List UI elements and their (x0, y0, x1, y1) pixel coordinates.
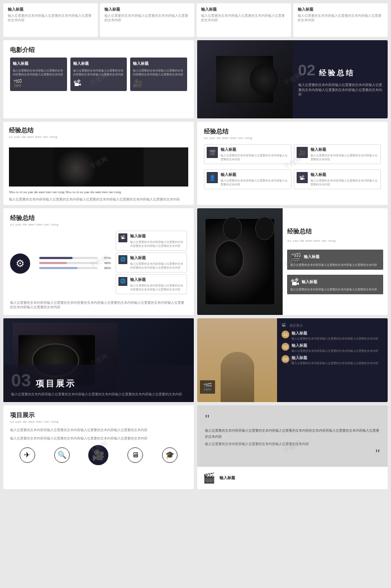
icon-plane: ✈ (20, 447, 35, 463)
num-badge-2: 02 (282, 343, 289, 351)
section-number: 02 (298, 61, 316, 79)
progress-bg-2 (39, 262, 98, 264)
progress-bottom-text: 输入位置要的文本内容容输入位置要的文本内容要的文本内容输入位置要的文本内容输入位… (10, 300, 187, 310)
num-item3-content: 输入标题 输入位置要的文本内容容输入位置要的文本内容输入位置要的文本内容 (292, 355, 378, 365)
prog-item2-text: 输入位置要的文本内容容输入位置要的文本内容要的文本内容输入位置要的文本内容 (130, 262, 185, 270)
top-card-1-text: 输入位置要的文本内容输入位置要的文本内容输入位置要的文本内容 (8, 14, 93, 22)
progress-sub: su yao de wen ben nei rong (10, 223, 187, 226)
proj2-content: 📽 项目展示 01 输入标题 输入位置要的文本内容容输入位置要的文本内容输入位置… (277, 318, 388, 402)
fc1-icon: 🎬 (13, 79, 64, 88)
exp2-item4-content: 输入标题 输入位置要的文本内容容输入位置要的文本内容输入位置要的文本内容 (311, 172, 379, 187)
quote-bottom-content: 输入标题 (220, 475, 235, 481)
s03-desc: 输入位置要的文本内容容输入位置要的文本内容输入位置要的文本内容输入位置要的文本内… (11, 392, 186, 397)
clapper-overlay: 🎬 (200, 380, 215, 394)
prog-item2-content: 输入标题 输入位置要的文本内容容输入位置要的文本内容要的文本内容输入位置要的文本… (130, 255, 185, 270)
proj2-photo: 🎬 (197, 318, 277, 402)
prog-item1-text: 输入位置要的文本内容容输入位置要的文本内容要的文本内容输入位置要的文本内容 (130, 240, 185, 248)
film-card-2: 输入标题 输入位置要的文本内容输入位置要的文本内容要的文本内容输入位置要的文本内… (70, 58, 127, 91)
progress-fill-2 (39, 262, 67, 264)
progress-bg-3 (39, 267, 98, 269)
strip-3 (99, 147, 144, 187)
exp2-item3-title: 输入标题 (221, 172, 289, 178)
slide-progress: 千图网 经验总结 su yao de wen ben nei rong ⚙ 57… (3, 208, 194, 315)
progress-title: 经验总结 (10, 214, 187, 222)
film-card-1: 输入标题 输入位置要的文本内容输入位置要的文本内容要的文本内容输入位置要的文本内… (10, 58, 67, 91)
num-2: 02 (283, 345, 288, 349)
dark-slide-content: 02 经验总结 输入位置要的文本内容容输入位置要的文本内容输入位置要的文本内容输… (293, 40, 388, 118)
proj3-text1: 输入位置要的文本内容容输入位置要的文本内容输入位置要的文本内容输入位置要的文本内… (10, 428, 187, 432)
exp3-box1-icon: 🎬 (290, 252, 302, 263)
number-title-row: 02 经验总结 (298, 61, 383, 79)
exp2-item3-text: 输入位置要的文本内容容输入位置要的文本内容输入位置要的文本内容 (221, 179, 289, 187)
top-card-3-text: 输入位置要的文本内容输入位置要的文本内容输入位置要的文本内容 (201, 14, 287, 22)
person-silhouette (221, 352, 254, 402)
proj3-icons-row: ✈ 🔍 🎥 🖥 🎓 (10, 445, 187, 465)
strip-2 (54, 147, 98, 187)
slide-02: 千图网 02 经验总结 输入位置要的文本内容容输入位置要的文本内容输入位置要的文… (197, 40, 388, 118)
progress-row-2: 48% (39, 261, 111, 265)
gear-icon: ⚙ (10, 254, 30, 274)
proj3-icon-2: 🔍 (54, 447, 70, 463)
fc1-text: 输入位置要的文本内容输入位置要的文本内容要的文本内容输入位置要的文本内容 (13, 69, 64, 77)
exp2-item1-title: 输入标题 (221, 147, 289, 152)
top-card-3-title: 输入标题 (201, 7, 287, 12)
exp2-item2-title: 输入标题 (311, 147, 379, 152)
slide-film-intro: 千图网 电影介绍 输入标题 输入位置要的文本内容输入位置要的文本内容要的文本内容… (3, 40, 194, 118)
prog-item-2: 🌐 输入标题 输入位置要的文本内容容输入位置要的文本内容要的文本内容输入位置要的… (116, 252, 188, 273)
top-card-3: 输入标题 输入位置要的文本内容输入位置要的文本内容输入位置要的文本内容 (197, 3, 291, 37)
s03-number: 03 (11, 370, 31, 391)
num-item1-content: 输入标题 输入位置要的文本内容容输入位置要的文本内容输入位置要的文本内容 (292, 331, 378, 341)
exp1-title: 经验总结 (9, 126, 188, 135)
exp3-box2-header: 📽 输入标题 (290, 278, 380, 288)
section-title: 经验总结 (319, 68, 355, 78)
exp3-sub: su yao de wen ben nei rong (287, 239, 383, 242)
film-intro-title: 电影介绍 (10, 46, 187, 54)
num-item3-text: 输入位置要的文本内容容输入位置要的文本内容输入位置要的文本内容 (292, 361, 378, 365)
film-card-3: 输入标题 输入位置要的文本内容输入位置要的文本内容要的文本内容输入位置要的文本内… (130, 58, 187, 91)
progress-bg-1 (39, 257, 98, 259)
exp3-title: 经验总结 (287, 227, 383, 236)
icon-monitor: 🖥 (127, 447, 143, 463)
fc1-title: 输入标题 (13, 61, 64, 66)
top-card-1-title: 输入标题 (8, 7, 93, 12)
num-item2-content: 输入标题 输入位置要的文本内容容输入位置要的文本内容输入位置要的文本内容 (292, 343, 378, 353)
exp2-grid: 🎬 输入标题 输入位置要的文本内容容输入位置要的文本内容输入位置要的文本内容 🎥… (204, 144, 381, 192)
proj3-text2: 输入位置要的文本内容容输入位置要的文本内容输入位置要的文本内容输入位置要的文本内… (10, 436, 187, 441)
prog-item1-title: 输入标题 (130, 233, 185, 239)
exp3-box-2: 📽 输入标题 输入位置要的文本内容容输入位置要的文本内容输入位置要的文本内容 (287, 275, 383, 294)
prog-icon-3: 🌐 (118, 277, 127, 286)
top-card-2: 输入标题 输入位置要的文本内容输入位置要的文本内容输入位置要的文本内容 (100, 3, 194, 37)
progress-fill-3 (39, 267, 78, 269)
quote-text: 输入位置要的文本内容容输入位置要的文本内容输入位置要的文本内容的文本内容容输入位… (205, 428, 380, 439)
num-item1-title: 输入标题 (292, 331, 378, 336)
proj3-icon-4: 🖥 (127, 447, 143, 463)
progress-pct-3: 66% (100, 266, 111, 270)
exp3-box-1: 🎬 输入标题 输入位置要的文本内容容输入位置要的文本内容输入位置要的文本内容 (287, 250, 383, 270)
prog-item3-title: 输入标题 (130, 277, 185, 283)
exp1-body: Shu ru ni xu yao de wen ben nei rong Shu… (3, 187, 194, 205)
slide-exp2: 千图网 经验总结 su yao de wen ben nei rong 🎬 输入… (197, 122, 388, 205)
proj3-sub: su yao de wen ben nei rong (10, 420, 187, 423)
prog-item2-title: 输入标题 (130, 255, 185, 261)
exp2-item4-title: 输入标题 (311, 172, 379, 178)
exp2-item3-content: 输入标题 输入位置要的文本内容容输入位置要的文本内容输入位置要的文本内容 (221, 172, 289, 187)
exp2-icon-2: 🎥 (297, 147, 308, 158)
prog-item-3: 🌐 输入标题 输入位置要的文本内容容输入位置要的文本内容要的文本内容输入位置要的… (116, 274, 188, 294)
fc3-title: 输入标题 (133, 61, 184, 66)
prog-item3-content: 输入标题 输入位置要的文本内容容输入位置要的文本内容要的文本内容输入位置要的文本… (130, 277, 185, 291)
quote-bottom-title: 输入标题 (220, 475, 235, 481)
lens-visual (250, 64, 278, 95)
exp3-box2-text: 输入位置要的文本内容容输入位置要的文本内容输入位置要的文本内容 (290, 288, 380, 291)
camera-reel-1 (223, 217, 242, 240)
slide-03: 千图网 03 项目展示 输入位置要的文本内容容输入位置要的文本内容输入位置要的文… (3, 318, 194, 402)
num-item-1: 01 输入标题 输入位置要的文本内容容输入位置要的文本内容输入位置要的文本内容 (282, 331, 383, 341)
quote-close-mark: " (205, 448, 380, 460)
quote-text2: 输入位置要的文本内容容输入位置要的文本内容输入位置要的文本内容 (205, 442, 380, 447)
exp1-header: 经验总结 su yao de wen ben nei rong (3, 122, 194, 147)
progress-pct-1: 57% (100, 256, 111, 260)
fc3-icon: 🎥 (133, 79, 184, 88)
progress-pct-2: 48% (100, 261, 111, 265)
exp1-text-cn: Shu ru ni xu yao de wen ben nei rong Shu… (9, 190, 188, 195)
num-item-3: 03 输入标题 输入位置要的文本内容容输入位置要的文本内容输入位置要的文本内容 (282, 355, 383, 365)
dark-slide-image (197, 40, 293, 118)
